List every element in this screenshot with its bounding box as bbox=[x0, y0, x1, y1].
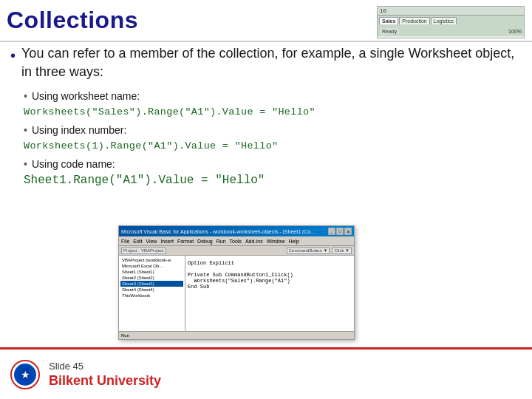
vba-menu-tools[interactable]: Tools bbox=[230, 239, 242, 244]
vba-menu-edit[interactable]: Edit bbox=[133, 239, 142, 244]
sub-dot-0: • bbox=[24, 89, 27, 104]
excel-tab-logistics: Logistics bbox=[431, 17, 457, 24]
vba-statusbar: Run bbox=[119, 331, 354, 339]
vba-sheet3[interactable]: Sheet3 (Sheet3) bbox=[120, 281, 183, 287]
sub-dot-1: • bbox=[24, 123, 27, 138]
sub-dot-2: • bbox=[24, 157, 27, 172]
vba-code-content: Option Explicit Private Sub CommandButto… bbox=[188, 260, 352, 290]
slide-number: Slide 45 bbox=[49, 361, 161, 372]
excel-bottom: Ready 100% bbox=[378, 26, 524, 36]
vba-editor-screenshot: Microsoft Visual Basic for Applications … bbox=[118, 225, 355, 340]
sub-bullet-0: • Using worksheet name: bbox=[24, 89, 522, 104]
title-divider bbox=[0, 41, 532, 42]
vba-sidebar: VBAProject (workbook-w Microsoft Excel O… bbox=[119, 256, 185, 339]
vba-menu-format[interactable]: Format bbox=[177, 239, 194, 244]
sub-bullet-1: • Using index number: bbox=[24, 123, 522, 138]
vba-menu-help[interactable]: Help bbox=[289, 239, 299, 244]
example-section-1: • Using index number: Worksheets(1).Rang… bbox=[24, 123, 522, 152]
excel-row: 16 bbox=[378, 7, 524, 16]
vba-project-header: VBAProject (workbook-w bbox=[120, 257, 183, 263]
code-block-1: Worksheets(1).Range("A1").Value = "Hello… bbox=[24, 140, 522, 152]
example-section-0: • Using worksheet name: Worksheets("Sale… bbox=[24, 89, 522, 118]
vba-restore-btn[interactable]: □ bbox=[336, 228, 344, 235]
footer: ★ Slide 45 Bilkent University bbox=[0, 347, 532, 399]
vba-code-pane: Option Explicit Private Sub CommandButto… bbox=[185, 256, 354, 339]
excel-tabs: Sales Production Logistics bbox=[378, 16, 524, 26]
code-block-0: Worksheets("Sales").Range("A1").Value = … bbox=[24, 106, 522, 118]
vba-window-buttons: _ □ ✕ bbox=[328, 228, 352, 235]
excel-zoom: 100% bbox=[508, 29, 522, 34]
vba-close-btn[interactable]: ✕ bbox=[344, 228, 352, 235]
vba-menu-file[interactable]: File bbox=[121, 239, 129, 244]
logo-inner: ★ bbox=[13, 362, 38, 387]
sub-label-2: Using code name: bbox=[32, 157, 115, 172]
slide: Collections 16 Sales Production Logistic… bbox=[0, 0, 532, 399]
university-name: Bilkent University bbox=[49, 373, 161, 389]
university-logo: ★ bbox=[10, 360, 40, 389]
sub-label-1: Using index number: bbox=[32, 123, 126, 138]
vba-menu-window[interactable]: Window bbox=[267, 239, 285, 244]
vba-sheet1[interactable]: Sheet1 (Sheet1) bbox=[120, 269, 183, 275]
bullet-icon: • bbox=[10, 46, 16, 65]
vba-menu-debug[interactable]: Debug bbox=[197, 239, 213, 244]
vba-status-text: Run bbox=[121, 333, 129, 338]
slide-title: Collections bbox=[7, 7, 138, 34]
vba-thisworkbook[interactable]: ThisWorkbook bbox=[120, 293, 183, 299]
vba-sheet4[interactable]: Sheet4 (Sheet4) bbox=[120, 287, 183, 293]
example-section-2: • Using code name: Sheet1.Range("A1").Va… bbox=[24, 157, 522, 187]
excel-status: Ready bbox=[380, 28, 399, 35]
vba-menu-view[interactable]: View bbox=[146, 239, 157, 244]
excel-tab-sales: Sales bbox=[379, 17, 398, 24]
sub-bullet-2: • Using code name: bbox=[24, 157, 522, 172]
vba-body: VBAProject (workbook-w Microsoft Excel O… bbox=[119, 256, 354, 339]
footer-text: Slide 45 Bilkent University bbox=[49, 361, 161, 389]
vba-excel-objects: Microsoft Excel Ob... bbox=[120, 263, 183, 269]
sub-label-0: Using worksheet name: bbox=[32, 89, 140, 104]
excel-screenshot: 16 Sales Production Logistics Ready 100% bbox=[377, 6, 525, 38]
excel-tab-production: Production bbox=[399, 17, 429, 24]
vba-menu-addins[interactable]: Add-ins bbox=[245, 239, 263, 244]
vba-title: Microsoft Visual Basic for Applications … bbox=[121, 229, 328, 234]
vba-toolbar: Project - VBAProject CommandButton ▼ Cli… bbox=[119, 246, 354, 256]
vba-dropdown-click[interactable]: Click ▼ bbox=[332, 248, 352, 254]
vba-project-label: Project - VBAProject bbox=[121, 248, 166, 254]
vba-sheet2[interactable]: Sheet2 (Sheet2) bbox=[120, 275, 183, 281]
logo-star-icon: ★ bbox=[21, 369, 30, 381]
vba-menu-run[interactable]: Run bbox=[216, 239, 226, 244]
main-bullet-text: You can refer to a member of the collect… bbox=[21, 44, 522, 81]
vba-menubar: File Edit View Insert Format Debug Run T… bbox=[119, 236, 354, 246]
main-bullet: • You can refer to a member of the colle… bbox=[10, 44, 522, 81]
code-block-2: Sheet1.Range("A1").Value = "Hello" bbox=[24, 174, 522, 187]
vba-titlebar: Microsoft Visual Basic for Applications … bbox=[119, 226, 354, 236]
vba-minimize-btn[interactable]: _ bbox=[328, 228, 335, 235]
vba-dropdown-command[interactable]: CommandButton ▼ bbox=[287, 248, 330, 254]
vba-menu-insert[interactable]: Insert bbox=[160, 239, 174, 244]
